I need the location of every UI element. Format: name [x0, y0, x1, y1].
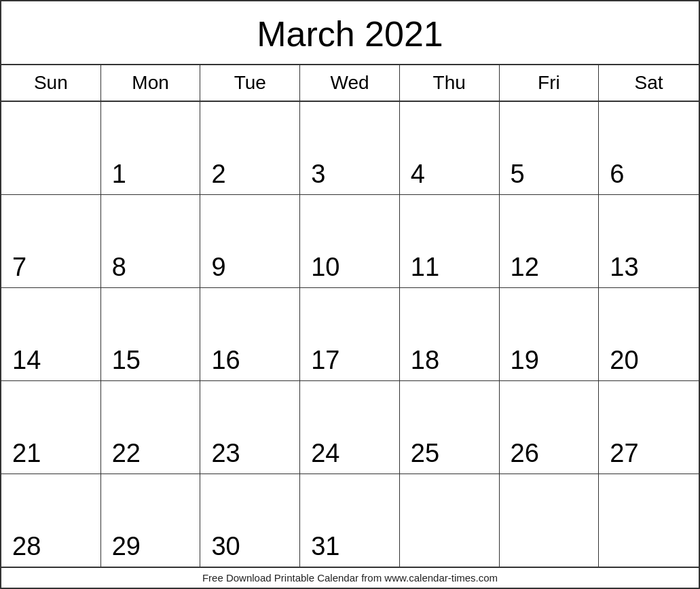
day-cell-31: 31: [300, 474, 400, 567]
day-cell-1: 1: [101, 102, 201, 194]
calendar-grid: SunMonTueWedThuFriSat 123456789101112131…: [1, 65, 699, 567]
day-cell-17: 17: [300, 288, 400, 380]
day-cell-4: 4: [400, 102, 500, 194]
day-cell-29: 29: [101, 474, 201, 567]
week-row-1: 123456: [1, 102, 699, 195]
day-cell-19: 19: [500, 288, 600, 380]
day-header-thu: Thu: [400, 65, 500, 101]
day-cell-9: 9: [200, 195, 300, 287]
day-cell-11: 11: [400, 195, 500, 287]
day-cell-8: 8: [101, 195, 201, 287]
week-row-4: 21222324252627: [1, 381, 699, 474]
calendar-title: March 2021: [1, 1, 699, 65]
day-cell-5: 5: [500, 102, 600, 194]
week-row-3: 14151617181920: [1, 288, 699, 381]
calendar-weeks: 1234567891011121314151617181920212223242…: [1, 102, 699, 567]
day-cell-2: 2: [200, 102, 300, 194]
day-cell-empty: [500, 474, 600, 567]
day-header-tue: Tue: [200, 65, 300, 101]
day-cell-10: 10: [300, 195, 400, 287]
day-header-fri: Fri: [500, 65, 600, 101]
day-cell-20: 20: [599, 288, 699, 380]
day-cell-12: 12: [500, 195, 600, 287]
week-row-5: 28293031: [1, 474, 699, 567]
day-cell-empty: [599, 474, 699, 567]
week-row-2: 78910111213: [1, 195, 699, 288]
day-header-mon: Mon: [101, 65, 201, 101]
calendar-footer: Free Download Printable Calendar from ww…: [1, 567, 699, 588]
day-cell-6: 6: [599, 102, 699, 194]
day-cell-empty: [400, 474, 500, 567]
day-header-wed: Wed: [300, 65, 400, 101]
day-cell-27: 27: [599, 381, 699, 474]
day-cell-14: 14: [1, 288, 101, 380]
day-cell-25: 25: [400, 381, 500, 474]
day-headers-row: SunMonTueWedThuFriSat: [1, 65, 699, 102]
day-cell-7: 7: [1, 195, 101, 287]
day-cell-23: 23: [200, 381, 300, 474]
day-cell-15: 15: [101, 288, 201, 380]
day-cell-13: 13: [599, 195, 699, 287]
day-header-sat: Sat: [599, 65, 699, 101]
day-cell-3: 3: [300, 102, 400, 194]
day-cell-empty: [1, 102, 101, 194]
day-cell-30: 30: [200, 474, 300, 567]
day-cell-24: 24: [300, 381, 400, 474]
day-cell-18: 18: [400, 288, 500, 380]
day-header-sun: Sun: [1, 65, 101, 101]
day-cell-16: 16: [200, 288, 300, 380]
calendar: March 2021 SunMonTueWedThuFriSat 1234567…: [0, 0, 700, 589]
day-cell-28: 28: [1, 474, 101, 567]
day-cell-22: 22: [101, 381, 201, 474]
day-cell-21: 21: [1, 381, 101, 474]
day-cell-26: 26: [500, 381, 600, 474]
